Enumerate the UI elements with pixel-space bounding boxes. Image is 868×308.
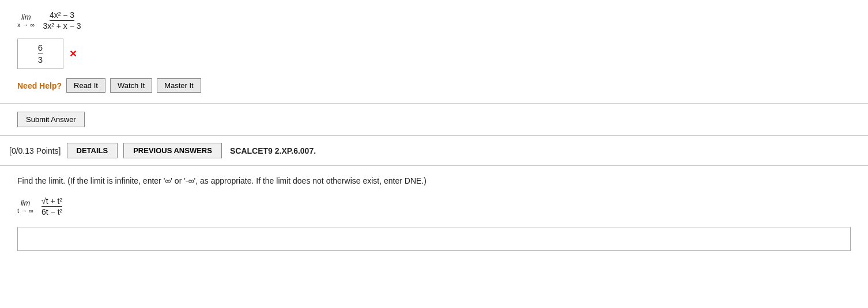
q4-numerator-plus: + t² [48, 196, 63, 206]
master-it-button[interactable]: Master It [157, 78, 201, 93]
submit-answer-button[interactable]: Submit Answer [17, 112, 85, 127]
answer-denominator: 3 [38, 54, 43, 65]
watch-it-button[interactable]: Watch It [110, 78, 152, 93]
incorrect-mark: ✕ [69, 48, 77, 59]
submit-row: Submit Answer [0, 104, 868, 136]
need-help-label: Need Help? [17, 81, 62, 90]
read-it-button[interactable]: Read It [66, 78, 105, 93]
q4-numerator-sqrt: √t [41, 196, 48, 206]
limit-expression: lim x → ∞ 4x² − 3 3x² + x − 3 [17, 10, 851, 31]
q4-lim-block: lim t → ∞ [17, 199, 33, 214]
top-section: lim x → ∞ 4x² − 3 3x² + x − 3 6 3 ✕ Need… [0, 0, 868, 104]
q4-points: [0/0.13 Points] [9, 146, 61, 155]
answer-input-box[interactable]: 6 3 [17, 39, 63, 69]
answer-fraction: 6 3 [38, 43, 43, 65]
lim-subscript: x → ∞ [17, 21, 35, 28]
q4-lim-subscript: t → ∞ [17, 207, 33, 214]
source-code: SCALCET9 2.XP.6.007. [230, 146, 316, 155]
limit-numerator: 4x² − 3 [50, 10, 74, 21]
limit-fraction: 4x² − 3 3x² + x − 3 [43, 10, 81, 31]
q4-limit-fraction: √t + t² 6t − t² [41, 196, 62, 216]
q4-answer-input-box[interactable] [17, 227, 851, 251]
q4-numerator: √t + t² [41, 196, 62, 207]
answer-box-row: 6 3 ✕ [17, 39, 851, 69]
lim-block: lim x → ∞ [17, 13, 35, 28]
previous-answers-button[interactable]: PREVIOUS ANSWERS [123, 143, 222, 158]
limit-denominator: 3x² + x − 3 [43, 21, 81, 31]
lim-label: lim [21, 13, 31, 21]
answer-numerator: 6 [38, 43, 43, 54]
q4-instructions: Find the limit. (If the limit is infinit… [17, 175, 851, 187]
q4-lim-label: lim [21, 199, 31, 207]
q4-limit-expression: lim t → ∞ √t + t² 6t − t² [17, 196, 851, 216]
q4-denominator: 6t − t² [41, 207, 62, 216]
details-button[interactable]: DETAILS [67, 143, 118, 158]
q4-content: Find the limit. (If the limit is infinit… [0, 166, 868, 257]
need-help-row: Need Help? Read It Watch It Master It [17, 78, 851, 93]
q4-header: [0/0.13 Points] DETAILS PREVIOUS ANSWERS… [0, 136, 868, 166]
